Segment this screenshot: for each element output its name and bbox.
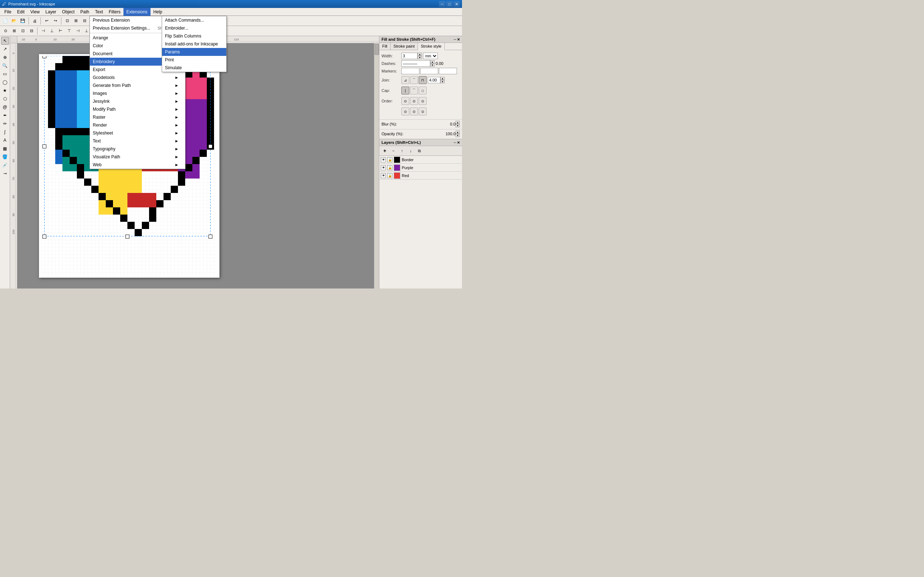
order-btn6[interactable]: ⊙ [419,108,426,115]
align-left[interactable]: ⊣ [39,27,47,35]
ext-generate-from-path[interactable]: Generate from Path ▶ [90,82,185,89]
eyedropper-tool[interactable]: 💉 [1,161,9,169]
dashes-up[interactable]: ▲ [430,60,435,63]
menu-object[interactable]: Object [59,8,78,16]
markers-start[interactable] [401,68,419,74]
redo-button[interactable]: ↪ [51,17,59,25]
join-down[interactable]: ▼ [440,80,445,83]
snap-toggle[interactable]: ⊙ [2,27,10,35]
blur-up[interactable]: ▲ [456,121,460,124]
open-button[interactable]: 📂 [10,17,18,25]
layer-up[interactable]: ↑ [398,147,406,155]
layer-border-vis[interactable]: 👁 [381,157,386,162]
layer-down[interactable]: ↓ [407,147,415,155]
fill-stroke-close[interactable]: ✕ [457,37,460,42]
menu-help[interactable]: Help [150,8,165,16]
order-markers-paint[interactable]: ⊙ [410,97,418,105]
markers-end[interactable] [439,68,457,74]
gradient-tool[interactable]: ▦ [1,145,9,153]
zoom-drawing[interactable]: ⊟ [81,17,89,25]
calligraphy-tool[interactable]: ∫ [1,128,9,136]
undo-button[interactable]: ↩ [43,17,50,25]
ext-images[interactable]: Images ▶ [90,89,185,97]
align-center-h[interactable]: ⊥ [48,27,56,35]
align-right[interactable]: ⊢ [57,27,65,35]
order-markers-only[interactable]: ⊙ [419,97,426,105]
3d-box-tool[interactable]: ⬡ [1,95,9,103]
emb-print[interactable]: Print [162,56,226,64]
delete-layer[interactable]: − [389,147,397,155]
menu-layer[interactable]: Layer [43,8,59,16]
emb-attach[interactable]: Attach Commands... [162,16,226,24]
ext-typography[interactable]: Typography ▶ [90,145,185,153]
emb-embroider[interactable]: Embroider... [162,24,226,32]
join-bevel[interactable]: ⊓ [419,76,426,84]
opacity-down[interactable]: ▼ [456,134,460,137]
emb-install-addons[interactable]: Install add-ons for Inkscape [162,40,226,48]
layer-purple-vis[interactable]: 👁 [381,165,386,170]
menu-extensions[interactable]: Extensions [123,8,150,16]
order-btn4[interactable]: ⊙ [401,108,409,115]
ext-stylesheet[interactable]: Stylesheet ▶ [90,129,185,137]
ext-text[interactable]: Text ▶ [90,137,185,145]
add-layer[interactable]: + [381,147,389,155]
ext-gcodetools[interactable]: Gcodetools ▶ [90,74,185,82]
order-btn5[interactable]: ⊙ [410,108,418,115]
layer-red[interactable]: 👁 🔓 Red [380,172,462,180]
layers-minimize[interactable]: ─ [454,141,456,145]
menu-text[interactable]: Text [92,8,106,16]
menu-edit[interactable]: Edit [14,8,27,16]
cap-butt[interactable]: | [401,87,409,95]
fill-tool[interactable]: 🪣 [1,153,9,161]
join-value-input[interactable] [428,77,440,83]
pencil-tool[interactable]: ✏ [1,120,9,128]
markers-mid[interactable] [420,68,438,74]
ellipse-tool[interactable]: ◯ [1,78,9,86]
tab-stroke-paint[interactable]: Stroke paint [391,43,418,50]
zoom-selection[interactable]: ⊞ [72,17,80,25]
measure-tool[interactable]: ⊸ [1,169,9,177]
cap-round[interactable]: ⌒ [410,87,418,95]
text-tool[interactable]: A [1,136,9,144]
minimize-button[interactable]: ─ [439,1,446,7]
join-miter[interactable]: ⊿ [401,76,409,84]
spiral-tool[interactable]: @ [1,103,9,111]
layer-red-lock[interactable]: 🔓 [387,173,393,178]
align-top[interactable]: ⊤ [65,27,73,35]
tab-stroke-style[interactable]: Stroke style [418,43,445,50]
layer-purple-lock[interactable]: 🔓 [387,165,393,170]
join-round[interactable]: ⌒ [410,76,418,84]
menu-view[interactable]: View [27,8,43,16]
rect-tool[interactable]: ▭ [1,70,9,78]
print-button[interactable]: 🖨 [31,17,39,25]
ext-visualize-path[interactable]: Visualize Path ▶ [90,153,185,161]
pen-tool[interactable]: ✒ [1,111,9,119]
snap-grid[interactable]: ⊟ [27,27,36,35]
layer-duplicate[interactable]: ⧉ [415,147,423,155]
dashes-down[interactable]: ▼ [430,63,435,67]
emb-simulate[interactable]: Simulate [162,64,226,72]
new-button[interactable]: 📄 [2,17,10,25]
cap-square[interactable]: □ [419,87,426,95]
save-button[interactable]: 💾 [19,17,27,25]
select-tool[interactable]: ↖ [1,37,9,45]
ext-render[interactable]: Render ▶ [90,121,185,129]
star-tool[interactable]: ★ [1,87,9,95]
width-up[interactable]: ▲ [418,53,422,56]
snap-bbox[interactable]: ⊞ [10,27,18,35]
layer-red-vis[interactable]: 👁 [381,173,386,178]
menu-path[interactable]: Path [78,8,92,16]
width-down[interactable]: ▼ [418,56,422,59]
close-button[interactable]: ✕ [453,1,460,7]
emb-params[interactable]: Params [162,48,226,56]
node-tool[interactable]: ↗ [1,45,9,53]
layer-border[interactable]: 👁 🔓 Border [380,156,462,164]
layer-border-lock[interactable]: 🔓 [387,157,393,162]
layers-close[interactable]: ✕ [457,141,460,145]
join-up[interactable]: ▲ [440,77,445,80]
order-paint-markers[interactable]: ⊙ [401,97,409,105]
layer-purple[interactable]: 👁 🔓 Purple [380,164,462,172]
ext-raster[interactable]: Raster ▶ [90,113,185,121]
align-center-v[interactable]: ⊣ [74,27,82,35]
vertical-scrollbar[interactable] [374,43,379,288]
